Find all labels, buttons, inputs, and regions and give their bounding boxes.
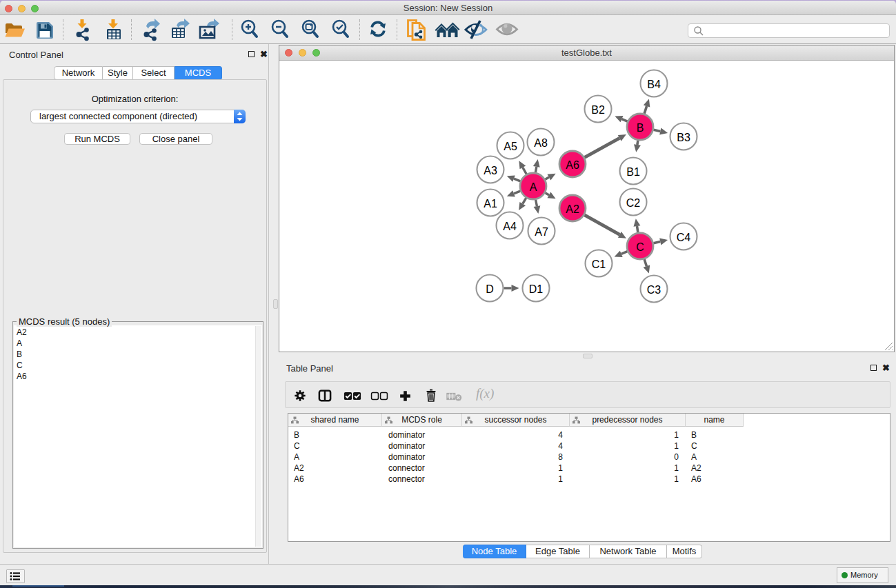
svg-text:B: B (637, 122, 644, 134)
svg-text:A3: A3 (484, 165, 497, 176)
svg-text:A2: A2 (566, 203, 579, 215)
svg-text:B2: B2 (591, 104, 605, 116)
svg-text:A6: A6 (566, 159, 579, 171)
svg-text:B4: B4 (647, 79, 661, 90)
svg-text:A: A (530, 181, 537, 193)
svg-text:B1: B1 (626, 166, 640, 178)
svg-text:A8: A8 (534, 137, 548, 149)
svg-text:D: D (486, 283, 494, 295)
svg-text:A4: A4 (503, 221, 517, 232)
svg-text:D1: D1 (529, 283, 544, 295)
svg-text:C: C (636, 241, 644, 253)
svg-text:A7: A7 (535, 226, 548, 238)
svg-text:B3: B3 (677, 132, 690, 143)
svg-text:C3: C3 (647, 284, 661, 296)
svg-text:C1: C1 (592, 258, 606, 270)
svg-text:C4: C4 (677, 232, 691, 243)
svg-text:C2: C2 (626, 197, 641, 209)
svg-text:A1: A1 (484, 198, 497, 210)
svg-text:A5: A5 (504, 141, 517, 152)
